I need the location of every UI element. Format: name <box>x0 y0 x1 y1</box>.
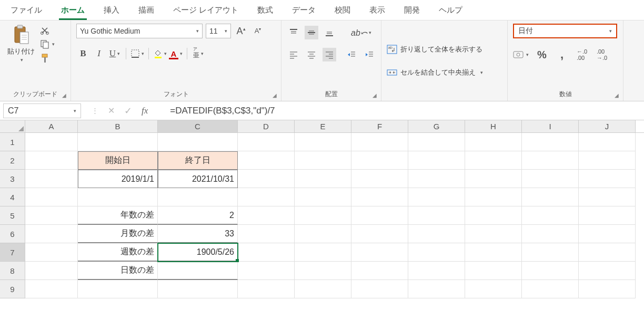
col-header-J[interactable]: J <box>579 120 636 132</box>
cell-D7[interactable] <box>238 243 295 262</box>
cell-F4[interactable] <box>351 188 408 206</box>
cell-F3[interactable] <box>351 170 408 188</box>
row-header-1[interactable]: 1 <box>0 133 25 151</box>
formula-input[interactable]: =DATEDIF(B$3,C$3,"d")/7 <box>168 106 644 116</box>
tab-formulas[interactable]: 数式 <box>255 3 275 20</box>
fill-color-button[interactable]: ▾ <box>153 47 167 60</box>
tab-file[interactable]: ファイル <box>8 3 44 20</box>
cell-B7[interactable]: 週数の差 <box>78 243 158 262</box>
cell-H7[interactable] <box>465 243 522 262</box>
tab-view[interactable]: 表示 <box>367 3 387 20</box>
formula-menu-icon[interactable]: ⋮ <box>92 107 98 115</box>
col-header-I[interactable]: I <box>522 120 579 132</box>
cell-H1[interactable] <box>465 133 522 151</box>
font-color-button[interactable]: A ▾ <box>169 47 183 60</box>
cell-C5[interactable]: 2 <box>158 206 238 225</box>
tab-help[interactable]: ヘルプ <box>437 3 465 20</box>
cell-D9[interactable] <box>238 280 295 298</box>
cell-J9[interactable] <box>579 280 636 298</box>
cell-F5[interactable] <box>351 206 408 225</box>
enter-formula-button[interactable]: ✓ <box>124 105 132 117</box>
col-header-G[interactable]: G <box>408 120 465 132</box>
cell-E2[interactable] <box>295 151 351 170</box>
number-format-combo[interactable]: 日付 ▾ <box>513 24 617 38</box>
underline-button[interactable]: U▾ <box>108 47 122 60</box>
cell-E5[interactable] <box>295 206 351 225</box>
row-header-3[interactable]: 3 <box>0 170 25 188</box>
merge-center-button[interactable]: セルを結合して中央揃え ▾ <box>387 65 502 80</box>
cell-G6[interactable] <box>408 225 465 243</box>
cell-D5[interactable] <box>238 206 295 225</box>
align-top-button[interactable] <box>287 26 300 39</box>
font-name-combo[interactable]: Yu Gothic Medium ▾ <box>76 24 203 38</box>
increase-indent-button[interactable] <box>363 48 376 61</box>
italic-button[interactable]: I <box>92 47 106 60</box>
cell-D3[interactable] <box>238 170 295 188</box>
align-bottom-button[interactable] <box>323 26 336 39</box>
dialog-launcher-icon[interactable]: ◢ <box>373 92 379 99</box>
cell-I3[interactable] <box>522 170 579 188</box>
cell-A6[interactable] <box>25 225 78 243</box>
col-header-B[interactable]: B <box>78 120 158 132</box>
cell-J4[interactable] <box>579 188 636 206</box>
cell-I1[interactable] <box>522 133 579 151</box>
cell-I6[interactable] <box>522 225 579 243</box>
paste-button[interactable]: 貼り付け ▾ <box>5 24 37 64</box>
cell-D4[interactable] <box>238 188 295 206</box>
copy-button[interactable]: ▾ <box>40 39 55 49</box>
cell-C8[interactable] <box>158 262 238 280</box>
cell-I5[interactable] <box>522 206 579 225</box>
cell-C2[interactable]: 終了日 <box>158 151 238 170</box>
cell-I2[interactable] <box>522 151 579 170</box>
align-left-button[interactable] <box>287 48 300 61</box>
row-header-6[interactable]: 6 <box>0 225 25 243</box>
cell-C9[interactable] <box>158 280 238 298</box>
cell-C7[interactable]: 1900/5/26 <box>158 243 238 262</box>
cell-H8[interactable] <box>465 262 522 280</box>
col-header-F[interactable]: F <box>351 120 408 132</box>
align-right-button[interactable] <box>323 48 336 61</box>
decrease-font-button[interactable]: A▾ <box>251 24 265 38</box>
tab-draw[interactable]: 描画 <box>136 3 156 20</box>
cell-A5[interactable] <box>25 206 78 225</box>
cell-B3[interactable]: 2019/1/1 <box>78 170 158 188</box>
cell-H4[interactable] <box>465 188 522 206</box>
cell-A4[interactable] <box>25 188 78 206</box>
cell-B9[interactable] <box>78 280 158 298</box>
cell-J8[interactable] <box>579 262 636 280</box>
cell-J1[interactable] <box>579 133 636 151</box>
cell-F6[interactable] <box>351 225 408 243</box>
comma-button[interactable]: , <box>555 48 569 61</box>
cell-B8[interactable]: 日数の差 <box>78 262 158 280</box>
align-middle-button[interactable] <box>305 26 318 39</box>
col-header-E[interactable]: E <box>295 120 351 132</box>
cell-A9[interactable] <box>25 280 78 298</box>
cell-A8[interactable] <box>25 262 78 280</box>
cell-E7[interactable] <box>295 243 351 262</box>
cell-C6[interactable]: 33 <box>158 225 238 243</box>
increase-decimal-button[interactable]: ←.0.00 <box>575 48 589 61</box>
row-header-9[interactable]: 9 <box>0 280 25 298</box>
select-all-corner[interactable] <box>0 120 25 132</box>
cell-E3[interactable] <box>295 170 351 188</box>
tab-pagelayout[interactable]: ページ レイアウト <box>171 3 240 20</box>
cell-G4[interactable] <box>408 188 465 206</box>
cell-H9[interactable] <box>465 280 522 298</box>
cell-I9[interactable] <box>522 280 579 298</box>
cut-button[interactable] <box>40 26 55 35</box>
cell-G1[interactable] <box>408 133 465 151</box>
tab-developer[interactable]: 開発 <box>402 3 422 20</box>
cell-J2[interactable] <box>579 151 636 170</box>
cell-J5[interactable] <box>579 206 636 225</box>
dialog-launcher-icon[interactable]: ◢ <box>273 92 279 99</box>
cell-A2[interactable] <box>25 151 78 170</box>
cell-D1[interactable] <box>238 133 295 151</box>
cell-D2[interactable] <box>238 151 295 170</box>
format-painter-button[interactable] <box>40 53 55 64</box>
percent-button[interactable]: % <box>535 48 549 61</box>
cell-H5[interactable] <box>465 206 522 225</box>
row-header-8[interactable]: 8 <box>0 262 25 280</box>
cell-G3[interactable] <box>408 170 465 188</box>
cell-H6[interactable] <box>465 225 522 243</box>
cell-F7[interactable] <box>351 243 408 262</box>
